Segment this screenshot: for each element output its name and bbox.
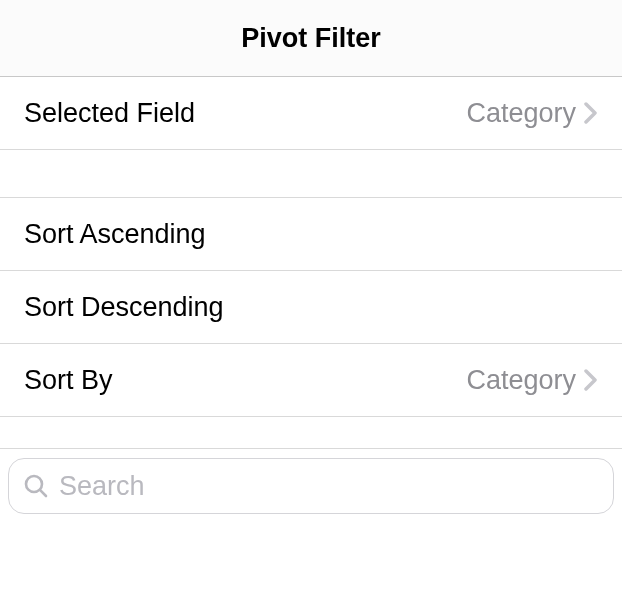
selected-field-value: Category <box>466 98 576 129</box>
sort-group: Sort Ascending Sort Descending Sort By C… <box>0 198 622 417</box>
sort-descending-row[interactable]: Sort Descending <box>0 271 622 344</box>
sort-ascending-label: Sort Ascending <box>24 219 206 250</box>
svg-line-1 <box>40 490 46 496</box>
selected-field-label: Selected Field <box>24 98 195 129</box>
sort-descending-label: Sort Descending <box>24 292 224 323</box>
search-wrap <box>0 449 622 522</box>
group-gap <box>0 150 622 198</box>
sort-by-value-wrap: Category <box>466 365 598 396</box>
sort-by-label: Sort By <box>24 365 113 396</box>
sort-ascending-row[interactable]: Sort Ascending <box>0 198 622 271</box>
selected-field-row[interactable]: Selected Field Category <box>0 77 622 150</box>
group-gap <box>0 417 622 449</box>
selected-field-value-wrap: Category <box>466 98 598 129</box>
chevron-right-icon <box>584 369 598 391</box>
header: Pivot Filter <box>0 0 622 77</box>
search-box[interactable] <box>8 458 614 514</box>
page-title: Pivot Filter <box>241 23 381 54</box>
sort-by-value: Category <box>466 365 576 396</box>
chevron-right-icon <box>584 102 598 124</box>
search-icon <box>23 473 49 499</box>
sort-by-row[interactable]: Sort By Category <box>0 344 622 417</box>
search-input[interactable] <box>59 471 599 502</box>
selected-field-group: Selected Field Category <box>0 77 622 150</box>
